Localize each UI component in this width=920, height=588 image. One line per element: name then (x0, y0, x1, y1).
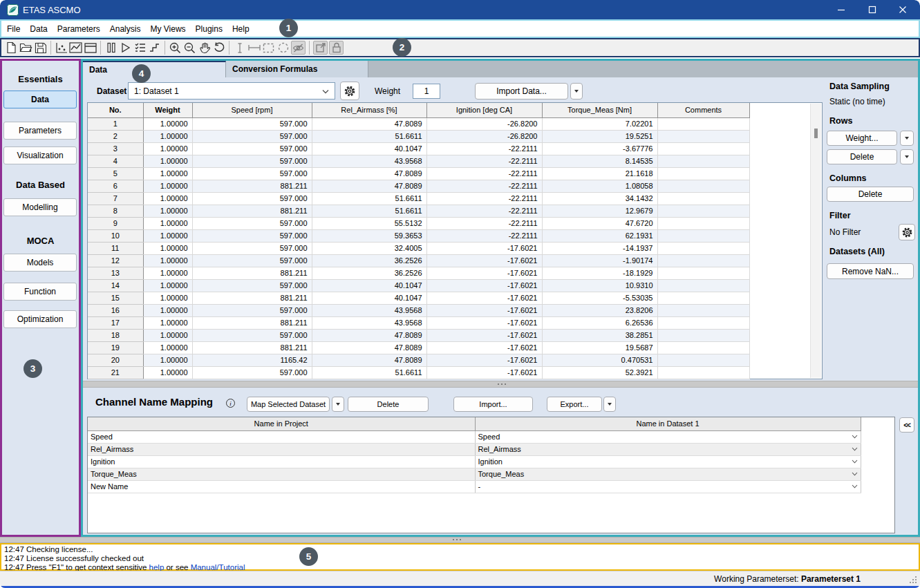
menu-item-parameters[interactable]: Parameters (57, 24, 100, 34)
weight-rows-dropdown-button[interactable] (900, 131, 914, 146)
table-cell[interactable]: -14.1937 (542, 242, 657, 254)
dataset-combobox[interactable]: 1: Dataset 1 (128, 82, 335, 99)
table-cell[interactable]: 11 (88, 242, 143, 254)
table-cell[interactable]: 597.000 (192, 117, 312, 130)
mapping-dataset-select[interactable]: - (475, 480, 861, 493)
column-header-comments[interactable]: Comments (657, 103, 749, 117)
lock-icon[interactable] (329, 41, 344, 55)
column-header-no-[interactable]: No. (88, 103, 143, 117)
sidebar-item-parameters[interactable]: Parameters (3, 122, 77, 140)
table-cell[interactable]: 1.00000 (143, 316, 192, 329)
maximize-button[interactable] (862, 0, 883, 19)
table-cell[interactable]: 1165.42 (192, 354, 312, 366)
table-cell[interactable]: 32.4005 (312, 242, 426, 254)
remove-nan-button[interactable]: Remove NaN... (827, 263, 914, 279)
column-header-speed-rpm-[interactable]: Speed [rpm] (192, 103, 312, 117)
table-cell[interactable]: 12.9679 (542, 205, 657, 217)
table-cell[interactable] (657, 329, 749, 341)
table-cell[interactable]: 1.00000 (143, 117, 192, 130)
table-cell[interactable]: 597.000 (192, 155, 312, 167)
table-cell[interactable]: 14 (88, 279, 143, 292)
table-cell[interactable] (657, 229, 749, 242)
table-cell[interactable]: 5 (88, 167, 143, 180)
menu-item-data[interactable]: Data (30, 24, 47, 34)
table-cell[interactable]: 10 (88, 229, 143, 242)
table-cell[interactable]: 881.211 (192, 205, 312, 217)
table-cell[interactable]: 1.00000 (143, 242, 192, 254)
table-cell[interactable]: 47.8089 (312, 180, 426, 192)
table-cell[interactable]: -3.67776 (542, 142, 657, 155)
sidebar-item-modelling[interactable]: Modelling (3, 198, 77, 216)
sidebar-item-visualization[interactable]: Visualization (3, 146, 77, 164)
table-cell[interactable]: 597.000 (192, 167, 312, 180)
table-cell[interactable]: 1.00000 (143, 205, 192, 217)
table-cell[interactable]: 20 (88, 354, 143, 366)
close-button[interactable] (892, 0, 913, 19)
table-cell[interactable]: -17.6021 (426, 279, 542, 292)
table-cell[interactable] (657, 316, 749, 329)
table-cell[interactable] (657, 366, 749, 379)
mapping-export-button[interactable]: Export... (547, 397, 602, 412)
save-icon[interactable] (33, 41, 48, 55)
mapping-dataset-select[interactable]: Speed (475, 430, 861, 443)
table-cell[interactable]: 8 (88, 205, 143, 217)
table-cell[interactable]: 1.00000 (143, 354, 192, 366)
table-cell[interactable]: 597.000 (192, 130, 312, 142)
table-cell[interactable]: 597.000 (192, 217, 312, 229)
table-cell[interactable]: 1.00000 (143, 180, 192, 192)
table-cell[interactable] (657, 217, 749, 229)
table-cell[interactable] (657, 304, 749, 316)
menu-item-my-views[interactable]: My Views (150, 24, 185, 34)
table-cell[interactable]: 2 (88, 130, 143, 142)
table-cell[interactable] (657, 354, 749, 366)
table-cell[interactable]: 6 (88, 180, 143, 192)
scatter-plot-icon[interactable] (54, 41, 68, 55)
column-header-torque-meas-nm-[interactable]: Torque_Meas [Nm] (542, 103, 657, 117)
table-cell[interactable]: 7.02201 (542, 117, 657, 130)
table-cell[interactable]: 52.3921 (542, 366, 657, 379)
mapping-import-button[interactable]: Import... (453, 397, 533, 412)
table-cell[interactable]: -17.6021 (426, 329, 542, 341)
mapping-dataset-select[interactable]: Torque_Meas (475, 468, 861, 480)
delete-rows-button[interactable]: Delete (827, 149, 897, 164)
table-cell[interactable]: 36.2526 (312, 254, 426, 267)
table-cell[interactable]: 21 (88, 366, 143, 379)
vertical-scrollbar[interactable] (810, 104, 821, 378)
table-cell[interactable]: 19.5687 (542, 341, 657, 354)
pause-icon[interactable] (104, 41, 118, 55)
column-header-rel-airmass-[interactable]: Rel_Airmass [%] (312, 103, 426, 117)
table-cell[interactable]: 59.3653 (312, 229, 426, 242)
table-cell[interactable]: 1 (88, 117, 143, 130)
ellipse-select-icon[interactable] (276, 41, 290, 55)
import-data-dropdown-button[interactable] (570, 83, 583, 99)
table-cell[interactable]: 34.1432 (542, 192, 657, 205)
table-cell[interactable]: 51.6611 (312, 366, 426, 379)
weight-rows-button[interactable]: Weight... (827, 131, 897, 146)
table-cell[interactable]: -17.6021 (426, 304, 542, 316)
table-cell[interactable]: 1.00000 (143, 292, 192, 304)
table-cell[interactable]: 47.8089 (312, 341, 426, 354)
table-cell[interactable] (657, 205, 749, 217)
table-cell[interactable]: -17.6021 (426, 366, 542, 379)
table-cell[interactable]: -17.6021 (426, 267, 542, 279)
table-cell[interactable]: 597.000 (192, 192, 312, 205)
table-cell[interactable]: 23.8206 (542, 304, 657, 316)
table-cell[interactable]: 40.1047 (312, 142, 426, 155)
table-cell[interactable] (657, 180, 749, 192)
mapping-dataset-select[interactable]: Ignition (475, 455, 861, 468)
sidebar-item-models[interactable]: Models (3, 254, 77, 272)
dataset-settings-button[interactable] (340, 82, 359, 100)
table-cell[interactable]: 51.6611 (312, 205, 426, 217)
table-cell[interactable]: 47.8089 (312, 117, 426, 130)
table-cell[interactable]: 47.8089 (312, 354, 426, 366)
export-dropdown-button[interactable] (603, 397, 616, 412)
table-cell[interactable] (657, 155, 749, 167)
table-cell[interactable]: 1.00000 (143, 155, 192, 167)
table-cell[interactable]: 0.470531 (542, 354, 657, 366)
table-cell[interactable]: 13 (88, 267, 143, 279)
table-cell[interactable]: -1.90174 (542, 254, 657, 267)
delete-columns-button[interactable]: Delete (827, 187, 914, 202)
table-cell[interactable]: 1.00000 (143, 229, 192, 242)
table-cell[interactable]: 1.00000 (143, 341, 192, 354)
sidebar-item-optimization[interactable]: Optimization (3, 310, 77, 328)
